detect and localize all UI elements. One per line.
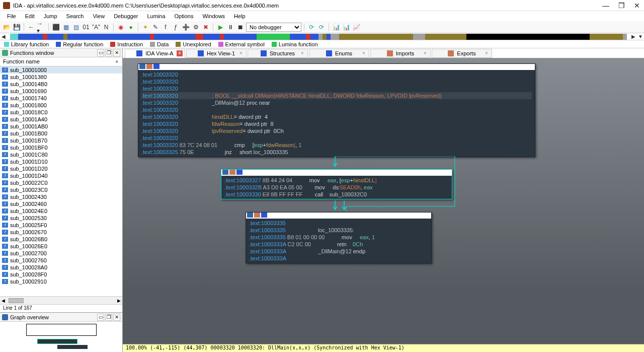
functions-hscroll[interactable]: ◀ ▶ xyxy=(0,296,122,304)
nav-segment[interactable] xyxy=(224,34,257,40)
go-icon[interactable]: ● xyxy=(126,23,135,32)
highlight-icon[interactable]: ⬛ xyxy=(51,23,60,32)
function-item[interactable]: fsub_100026B0 xyxy=(0,236,122,243)
menu-debugger[interactable]: Debugger xyxy=(110,12,142,20)
tab-structures[interactable]: Structures× xyxy=(248,49,308,58)
text-icon[interactable]: "A" xyxy=(92,23,101,32)
run-icon[interactable]: ▶ xyxy=(216,23,225,32)
tab-close-icon[interactable]: × xyxy=(299,50,305,56)
menu-windows[interactable]: Windows xyxy=(198,12,229,20)
refresh-icon[interactable]: ⟳ xyxy=(307,23,316,32)
nav-segment[interactable] xyxy=(154,34,195,40)
chart-icon[interactable]: 📊 xyxy=(332,23,341,32)
nav-segment[interactable] xyxy=(47,34,64,40)
function-item[interactable]: fsub_10001B70 xyxy=(0,137,122,144)
function-item[interactable]: fsub_100028A0 xyxy=(0,264,122,271)
menu-jump[interactable]: Jump xyxy=(40,12,61,20)
nav-down-icon[interactable]: ▼ xyxy=(637,34,644,39)
open-icon[interactable]: 📂 xyxy=(2,23,11,32)
nav-segment[interactable] xyxy=(590,34,622,40)
tab-ida-view-a[interactable]: IDA View-A× xyxy=(125,49,185,58)
graph-dock-button[interactable]: ▭ xyxy=(97,314,104,321)
struct-icon[interactable]: ▦ xyxy=(61,23,70,32)
navigation-bar[interactable]: ◀ ▶ ▼ xyxy=(0,33,644,40)
names-icon[interactable]: N xyxy=(102,23,111,32)
nav-segment[interactable] xyxy=(306,34,310,40)
nav-segment[interactable] xyxy=(203,34,220,40)
nav-segment[interactable] xyxy=(195,34,203,40)
nav-segment[interactable] xyxy=(425,34,466,40)
nav-segment[interactable] xyxy=(10,34,18,40)
menu-view[interactable]: View xyxy=(89,12,109,20)
functions-column-header[interactable]: Function name ▴ xyxy=(0,57,122,66)
nav-right-icon[interactable]: ▶ xyxy=(630,34,637,39)
stop-debug-icon[interactable]: ⏹ xyxy=(236,23,245,32)
function-item[interactable]: fsub_100024E0 xyxy=(0,207,122,215)
nav-segment[interactable] xyxy=(623,34,627,40)
menu-search[interactable]: Search xyxy=(62,12,88,20)
func2-icon[interactable]: ƒ xyxy=(171,23,180,32)
function-item[interactable]: fsub_10002700 xyxy=(0,250,122,257)
function-item[interactable]: fsub_10001690 xyxy=(0,88,122,95)
save-icon[interactable]: 💾 xyxy=(12,23,21,32)
script-icon[interactable]: ✎ xyxy=(151,23,160,32)
menu-help[interactable]: Help xyxy=(230,12,250,20)
tab-hex-view-1[interactable]: Hex View-1× xyxy=(186,49,247,58)
nav-segment[interactable] xyxy=(63,34,67,40)
graph-node-3[interactable]: .text:10003335.text:10003335 loc_1000333… xyxy=(246,212,432,263)
nav-segment[interactable] xyxy=(323,34,327,40)
nav-segment[interactable] xyxy=(18,34,43,40)
function-item[interactable]: fsub_100023C0 xyxy=(0,186,122,193)
graph-close-button[interactable]: ✕ xyxy=(113,314,120,321)
menu-options[interactable]: Options xyxy=(171,12,198,20)
function-item[interactable]: fsub_100028F0 xyxy=(0,271,122,278)
scroll-right-icon[interactable]: ▶ xyxy=(116,298,122,303)
compile-icon[interactable]: ✦ xyxy=(141,23,150,32)
function-item[interactable]: fsub_10002910 xyxy=(0,278,122,285)
nav-segment[interactable] xyxy=(150,34,154,40)
tab-exports[interactable]: Exports× xyxy=(432,49,492,58)
panel-dock-button[interactable]: ▭ xyxy=(97,49,104,56)
nav-segment[interactable] xyxy=(466,34,590,40)
function-item[interactable]: fsub_10002460 xyxy=(0,200,122,207)
chart3-icon[interactable]: 📈 xyxy=(352,23,361,32)
back-icon[interactable]: ← xyxy=(27,23,36,32)
nav-segment[interactable] xyxy=(220,34,224,40)
function-item[interactable]: fsub_10001740 xyxy=(0,95,122,102)
scroll-left-icon[interactable]: ◀ xyxy=(0,298,7,303)
nav-segment[interactable] xyxy=(257,34,289,40)
func-icon[interactable]: f xyxy=(161,23,170,32)
tab-close-icon[interactable]: × xyxy=(484,50,490,56)
function-item[interactable]: fsub_10001BF0 xyxy=(0,144,122,151)
list-icon[interactable]: ▤ xyxy=(71,23,80,32)
nav-segment[interactable] xyxy=(327,34,331,40)
function-item[interactable]: fsub_100014B0 xyxy=(0,81,122,88)
function-item[interactable]: fsub_10002530 xyxy=(0,215,122,222)
nav-segment[interactable] xyxy=(43,34,47,40)
maximize-button[interactable]: ❐ xyxy=(618,2,625,10)
scroll-thumb[interactable] xyxy=(9,298,24,303)
plus-icon[interactable]: ➕ xyxy=(181,23,190,32)
menu-edit[interactable]: Edit xyxy=(21,12,39,20)
function-item[interactable]: fsub_10001380 xyxy=(0,74,122,81)
function-item[interactable]: fsub_10001C80 xyxy=(0,151,122,158)
function-item[interactable]: fsub_10002760 xyxy=(0,257,122,264)
function-item[interactable]: fsub_10001D20 xyxy=(0,165,122,172)
nav-segment[interactable] xyxy=(331,34,339,40)
nav-segment[interactable] xyxy=(318,34,323,40)
function-item[interactable]: fsub_10001B00 xyxy=(0,130,122,137)
tab-close-icon[interactable]: × xyxy=(422,50,428,56)
forward-icon[interactable]: → ▾ xyxy=(37,23,46,32)
tab-close-icon[interactable]: × xyxy=(238,50,244,56)
nav-segment[interactable] xyxy=(339,34,413,40)
chart2-icon[interactable]: 📊 xyxy=(342,23,351,32)
gear-icon[interactable]: ⚙ xyxy=(191,23,200,32)
pause-icon[interactable]: ⏸ xyxy=(226,23,235,32)
menu-file[interactable]: File xyxy=(3,12,20,20)
graph-overview-body[interactable] xyxy=(0,322,122,352)
nav-left-icon[interactable]: ◀ xyxy=(0,34,7,39)
tab-close-icon[interactable]: × xyxy=(177,50,183,56)
function-item[interactable]: fsub_100026E0 xyxy=(0,243,122,250)
graph-view[interactable]: .text:10003320.text:10003320.text:100033… xyxy=(123,58,644,344)
stop-icon[interactable]: ◉ xyxy=(116,23,125,32)
